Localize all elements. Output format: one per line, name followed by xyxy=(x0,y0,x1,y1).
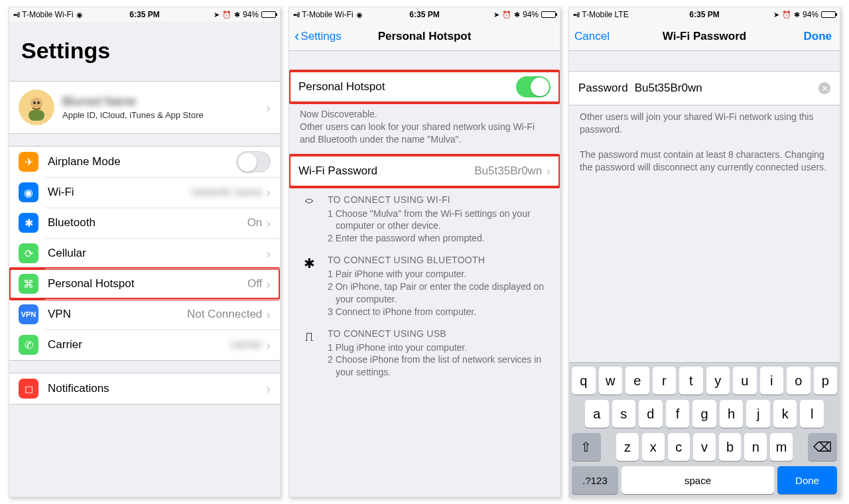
other-group: ◻ Notifications › xyxy=(9,373,280,405)
bluetooth-cell[interactable]: ✱ Bluetooth On › xyxy=(9,208,280,238)
apple-id-cell[interactable]: Blurred Name Apple ID, iCloud, iTunes & … xyxy=(9,82,280,133)
done-button[interactable]: Done xyxy=(804,22,832,51)
alarm-icon: ⏰ xyxy=(222,11,231,19)
wifi-password-group: Wi-Fi Password Bu5t35Br0wn › xyxy=(289,155,560,187)
password-label: Password xyxy=(578,82,628,95)
space-key[interactable]: space xyxy=(621,466,774,494)
key-s[interactable]: s xyxy=(612,400,636,428)
key-i[interactable]: i xyxy=(760,367,784,395)
key-d[interactable]: d xyxy=(639,400,663,428)
bluetooth-label: Bluetooth xyxy=(48,216,247,229)
key-m[interactable]: m xyxy=(770,433,793,461)
usb-glyph-icon: ⎍ xyxy=(300,328,318,379)
vpn-value: Not Connected xyxy=(187,308,262,321)
key-y[interactable]: y xyxy=(706,367,730,395)
key-r[interactable]: r xyxy=(653,367,677,395)
key-e[interactable]: e xyxy=(625,367,649,395)
hotspot-label: Personal Hotspot xyxy=(48,277,247,290)
key-k[interactable]: k xyxy=(773,400,797,428)
nav-title: Wi-Fi Password xyxy=(663,30,746,43)
svg-point-3 xyxy=(37,101,40,104)
hotspot-toggle-group: Personal Hotspot xyxy=(289,71,560,103)
battery-icon xyxy=(261,11,276,18)
backspace-key[interactable]: ⌫ xyxy=(808,433,837,461)
airplane-icon: ✈ xyxy=(19,152,38,172)
nav-bar: Cancel Wi-Fi Password Done xyxy=(569,22,840,51)
key-v[interactable]: v xyxy=(693,433,716,461)
bluetooth-settings-icon: ✱ xyxy=(19,213,38,233)
cellular-label: Cellular xyxy=(48,247,266,260)
airplane-label: Airplane Mode xyxy=(48,155,236,168)
alarm-icon: ⏰ xyxy=(502,11,511,19)
page-title-area: Settings xyxy=(9,22,280,69)
key-b[interactable]: b xyxy=(719,433,742,461)
wifi-settings-icon: ◉ xyxy=(19,182,38,202)
keyboard-done-key[interactable]: Done xyxy=(777,466,837,494)
screen-wifi-password: ••ıll T-Mobile LTE 6:35 PM ➤ ⏰ ✱ 94% Can… xyxy=(568,7,840,497)
clock: 6:35 PM xyxy=(689,10,719,19)
key-a[interactable]: a xyxy=(585,400,609,428)
wifi-glyph-icon: ⌔ xyxy=(300,194,318,245)
key-o[interactable]: o xyxy=(787,367,811,395)
password-group: Password Bu5t35Br0wn ✕ xyxy=(569,71,840,105)
help-1: Other users will join your shared Wi-Fi … xyxy=(580,111,813,135)
carrier-cell[interactable]: ✆ Carrier carrier › xyxy=(9,330,280,360)
hotspot-value: Off xyxy=(247,277,262,290)
chevron-icon: › xyxy=(266,100,271,115)
bluetooth-icon: ✱ xyxy=(514,11,520,19)
done-label: Done xyxy=(804,30,832,43)
clear-button[interactable]: ✕ xyxy=(818,82,830,94)
battery-pct: 94% xyxy=(803,10,818,19)
wifi-label: Wi-Fi xyxy=(48,186,192,199)
key-g[interactable]: g xyxy=(692,400,716,428)
usb-instr-1: 1 Plug iPhone into your computer. xyxy=(328,342,549,354)
key-x[interactable]: x xyxy=(642,433,665,461)
wifi-password-cell[interactable]: Wi-Fi Password Bu5t35Br0wn › xyxy=(289,156,560,186)
bluetooth-instructions: ✱ TO CONNECT USING BLUETOOTH 1 Pair iPho… xyxy=(289,247,560,320)
key-c[interactable]: c xyxy=(668,433,690,461)
carrier-label: T-Mobile Wi-Fi xyxy=(302,10,353,19)
hotspot-toggle-cell[interactable]: Personal Hotspot xyxy=(289,72,560,102)
key-n[interactable]: n xyxy=(744,433,767,461)
hotspot-toggle[interactable] xyxy=(516,76,551,97)
cellular-cell[interactable]: ⟳ Cellular › xyxy=(9,238,280,269)
location-icon: ➤ xyxy=(773,11,779,19)
key-z[interactable]: z xyxy=(616,433,639,461)
back-button[interactable]: ‹ Settings xyxy=(294,22,342,51)
signal-icon: ••ıll xyxy=(573,11,579,19)
numbers-key[interactable]: .?123 xyxy=(572,466,618,494)
status-bar: ••ıll T-Mobile LTE 6:35 PM ➤ ⏰ ✱ 94% xyxy=(569,7,840,22)
chevron-icon: › xyxy=(266,185,271,200)
bt-instr-title: TO CONNECT USING BLUETOOTH xyxy=(328,254,549,267)
usb-instr-title: TO CONNECT USING USB xyxy=(328,328,549,340)
airplane-mode-cell[interactable]: ✈ Airplane Mode xyxy=(9,147,280,177)
battery-icon xyxy=(541,11,556,18)
status-bar: ••ıll T-Mobile Wi-Fi ◉ 6:35 PM ➤ ⏰ ✱ 94% xyxy=(289,7,560,22)
key-j[interactable]: j xyxy=(746,400,770,428)
key-q[interactable]: q xyxy=(572,367,596,395)
wifi-value: network name xyxy=(192,186,263,199)
key-t[interactable]: t xyxy=(679,367,703,395)
location-icon: ➤ xyxy=(493,11,499,19)
key-f[interactable]: f xyxy=(666,400,690,428)
key-row-4: .?123 space Done xyxy=(572,466,837,494)
clock: 6:35 PM xyxy=(129,10,159,19)
key-p[interactable]: p xyxy=(814,367,838,395)
vpn-cell[interactable]: VPN VPN Not Connected › xyxy=(9,299,280,330)
shift-key[interactable]: ⇧ xyxy=(572,433,601,461)
key-h[interactable]: h xyxy=(720,400,744,428)
bt-instr-3: 3 Connect to iPhone from computer. xyxy=(328,306,549,318)
key-l[interactable]: l xyxy=(800,400,824,428)
cancel-button[interactable]: Cancel xyxy=(574,22,610,51)
key-w[interactable]: w xyxy=(599,367,623,395)
hotspot-icon: ⌘ xyxy=(19,274,38,294)
key-u[interactable]: u xyxy=(733,367,757,395)
personal-hotspot-cell[interactable]: ⌘ Personal Hotspot Off › xyxy=(9,269,280,299)
airplane-toggle[interactable] xyxy=(236,151,271,172)
chevron-icon: › xyxy=(266,246,271,261)
wifi-cell[interactable]: ◉ Wi-Fi network name › xyxy=(9,177,280,208)
bluetooth-glyph-icon: ✱ xyxy=(300,254,318,318)
password-cell[interactable]: Password Bu5t35Br0wn ✕ xyxy=(569,72,840,105)
notifications-cell[interactable]: ◻ Notifications › xyxy=(9,373,280,404)
password-input[interactable]: Bu5t35Br0wn xyxy=(635,82,818,95)
